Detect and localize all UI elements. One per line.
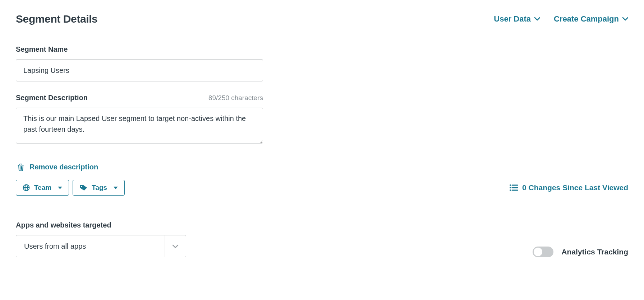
- remove-description-button[interactable]: Remove description: [17, 163, 628, 171]
- chevron-down-icon: [172, 244, 179, 248]
- user-data-label: User Data: [494, 14, 531, 24]
- remove-description-label: Remove description: [29, 163, 98, 171]
- chevron-down-icon: [622, 17, 628, 21]
- list-icon: [509, 184, 518, 191]
- create-campaign-dropdown[interactable]: Create Campaign: [554, 14, 628, 24]
- segment-description-label: Segment Description: [16, 94, 88, 102]
- svg-point-6: [510, 184, 511, 186]
- create-campaign-label: Create Campaign: [554, 14, 619, 24]
- apps-targeted-label: Apps and websites targeted: [16, 221, 186, 229]
- tags-button-label: Tags: [92, 184, 107, 192]
- segment-name-section: Segment Name: [16, 45, 628, 81]
- svg-point-8: [510, 187, 511, 188]
- caret-down-icon: [114, 187, 118, 189]
- svg-point-10: [510, 189, 511, 191]
- segment-name-label: Segment Name: [16, 45, 628, 53]
- divider: [16, 208, 628, 208]
- apps-targeted-selected: Users from all apps: [16, 235, 165, 257]
- segment-description-section: Segment Description 89/250 characters: [16, 94, 628, 145]
- changes-label: 0 Changes Since Last Viewed: [522, 183, 628, 192]
- apps-targeted-select[interactable]: Users from all apps: [16, 235, 186, 257]
- user-data-dropdown[interactable]: User Data: [494, 14, 540, 24]
- header-actions: User Data Create Campaign: [494, 14, 628, 24]
- svg-point-5: [81, 186, 82, 187]
- character-counter: 89/250 characters: [208, 94, 263, 102]
- analytics-tracking-toggle[interactable]: [533, 247, 553, 257]
- segment-name-input[interactable]: [16, 59, 263, 81]
- page-title: Segment Details: [16, 13, 97, 25]
- team-button-label: Team: [34, 184, 51, 192]
- trash-icon: [17, 163, 24, 171]
- chevron-down-icon: [534, 17, 540, 21]
- globe-icon: [23, 184, 30, 191]
- caret-down-icon: [58, 187, 62, 189]
- toggle-knob: [534, 248, 542, 256]
- tag-icon: [79, 184, 87, 191]
- tags-dropdown-button[interactable]: Tags: [73, 180, 125, 196]
- changes-since-viewed-button[interactable]: 0 Changes Since Last Viewed: [509, 183, 628, 192]
- team-dropdown-button[interactable]: Team: [16, 180, 69, 196]
- segment-description-textarea[interactable]: [16, 108, 263, 144]
- analytics-tracking-label: Analytics Tracking: [561, 248, 628, 256]
